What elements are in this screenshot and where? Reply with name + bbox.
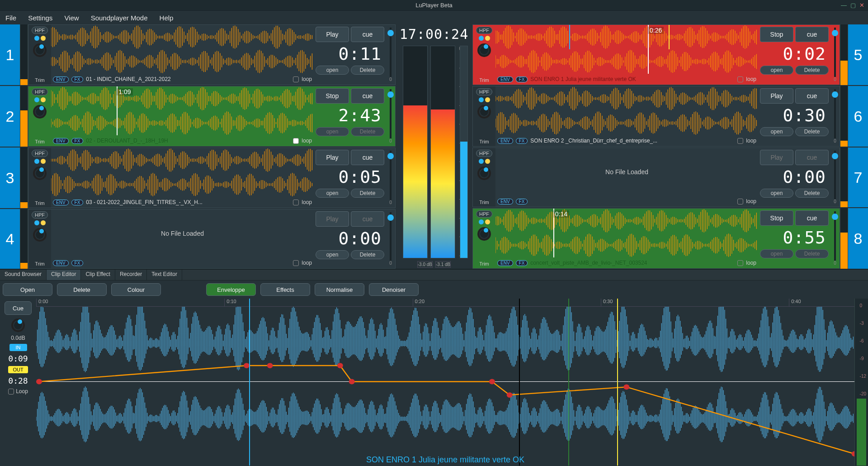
- delete-button[interactable]: Delete: [795, 189, 829, 198]
- open-button[interactable]: open: [760, 127, 793, 136]
- waveform-area[interactable]: No File Loaded ENV FX loop: [51, 209, 314, 268]
- waveform-area[interactable]: 1:09 ENV FX 02 - DEROULANT_D_-_18H_19H l…: [51, 86, 314, 146]
- menu-settings[interactable]: Settings: [28, 14, 52, 22]
- loop-checkbox[interactable]: [293, 76, 299, 82]
- trim-knob[interactable]: [33, 43, 47, 57]
- open-button[interactable]: open: [316, 127, 349, 136]
- waveform-area[interactable]: No File Loaded ENV FX loop: [495, 148, 758, 207]
- maximize-icon[interactable]: ▢: [850, 2, 856, 9]
- trim-knob[interactable]: [33, 105, 47, 119]
- waveform-area[interactable]: ENV FX 01 - INDIC_CHAINE_A_2021-2022 loo…: [51, 25, 314, 85]
- cue-button[interactable]: cue: [351, 150, 384, 165]
- menu-file[interactable]: File: [5, 14, 16, 22]
- loop-checkbox[interactable]: [737, 76, 743, 82]
- play-button[interactable]: Play: [760, 88, 793, 104]
- delete-button[interactable]: Delete: [351, 189, 384, 198]
- waveform-area[interactable]: ENV FX 03 - 021-2022_JINGLE_FIN_TITRES_-…: [51, 148, 314, 208]
- delete-button[interactable]: Delete: [351, 66, 384, 75]
- stop-button[interactable]: Stop: [316, 88, 349, 104]
- hpf-button[interactable]: HPF: [32, 211, 48, 219]
- open-button[interactable]: open: [760, 66, 793, 75]
- cue-button[interactable]: cue: [351, 88, 384, 104]
- tab-clip-effect[interactable]: Clip Effect: [81, 270, 115, 280]
- hpf-button[interactable]: HPF: [32, 27, 48, 34]
- play-button[interactable]: Play: [316, 27, 349, 42]
- out-badge[interactable]: OUT: [8, 366, 28, 373]
- play-button[interactable]: Play: [760, 150, 793, 165]
- fx-pill[interactable]: FX: [516, 76, 528, 82]
- env-pill[interactable]: ENV: [497, 76, 513, 82]
- marker-yellow[interactable]: [617, 299, 618, 466]
- loop-checkbox[interactable]: [293, 200, 299, 205]
- delete-button[interactable]: Delete: [351, 250, 384, 259]
- tab-text-editor[interactable]: Text Editor: [147, 270, 182, 280]
- tool-colour[interactable]: Colour: [111, 283, 161, 296]
- hpf-button[interactable]: HPF: [476, 150, 492, 157]
- waveform-area[interactable]: 0:14 ENV FX concert_volt_piste_AMB_de_li…: [495, 209, 758, 268]
- tab-recorder[interactable]: Recorder: [115, 270, 147, 280]
- close-icon[interactable]: ✕: [859, 2, 864, 9]
- cue-button[interactable]: Cue: [5, 301, 32, 315]
- delete-button[interactable]: Delete: [795, 249, 829, 258]
- playhead-line[interactable]: [249, 299, 250, 466]
- stop-button[interactable]: Stop: [760, 27, 793, 42]
- fx-pill[interactable]: FX: [71, 76, 84, 82]
- marker-black[interactable]: [519, 299, 520, 466]
- fx-pill[interactable]: FX: [516, 199, 528, 204]
- delete-button[interactable]: Delete: [351, 127, 384, 136]
- fx-pill[interactable]: FX: [71, 138, 84, 144]
- cue-button[interactable]: cue: [795, 210, 829, 226]
- cue-button[interactable]: cue: [795, 27, 829, 42]
- volume-slider[interactable]: 0: [386, 209, 395, 268]
- env-pill[interactable]: ENV: [53, 76, 69, 82]
- open-button[interactable]: open: [760, 189, 793, 198]
- volume-slider[interactable]: 0: [830, 25, 840, 85]
- hpf-button[interactable]: HPF: [476, 27, 492, 34]
- open-button[interactable]: open: [316, 250, 349, 259]
- volume-slider[interactable]: 0: [386, 86, 395, 146]
- trim-knob[interactable]: [33, 228, 47, 242]
- env-pill[interactable]: ENV: [53, 260, 69, 266]
- tool-enveloppe[interactable]: Enveloppe: [206, 283, 256, 296]
- env-pill[interactable]: ENV: [53, 200, 69, 205]
- tool-effects[interactable]: Effects: [260, 283, 310, 296]
- tool-normalise[interactable]: Normalise: [315, 283, 364, 296]
- open-button[interactable]: open: [316, 66, 349, 75]
- cue-button[interactable]: cue: [795, 150, 829, 165]
- fx-pill[interactable]: FX: [516, 138, 528, 144]
- menu-soundplayer-mode[interactable]: Soundplayer Mode: [91, 14, 148, 22]
- volume-slider[interactable]: 0: [830, 148, 840, 207]
- open-button[interactable]: open: [760, 249, 793, 258]
- hpf-button[interactable]: HPF: [32, 88, 48, 95]
- cue-button[interactable]: cue: [795, 88, 829, 104]
- play-button[interactable]: Play: [316, 150, 349, 165]
- fx-pill[interactable]: FX: [71, 260, 84, 266]
- editor-knob[interactable]: [11, 319, 25, 332]
- tool-delete[interactable]: Delete: [57, 283, 107, 296]
- trim-knob[interactable]: [33, 166, 47, 180]
- env-pill[interactable]: ENV: [53, 138, 69, 144]
- env-pill[interactable]: ENV: [497, 199, 513, 204]
- editor-waveform[interactable]: 0:000:100:200:300:40 SON ENRO 1 Julia je…: [36, 299, 854, 466]
- waveform-area[interactable]: 0:26 ENV FX SON ENRO 1 Julia jeune milit…: [495, 25, 758, 85]
- stop-button[interactable]: Stop: [760, 210, 793, 226]
- in-badge[interactable]: IN: [9, 344, 27, 351]
- minimize-icon[interactable]: —: [841, 2, 847, 9]
- volume-slider[interactable]: 0: [830, 209, 840, 268]
- loop-checkbox[interactable]: [737, 260, 743, 266]
- hpf-button[interactable]: HPF: [476, 210, 492, 218]
- env-pill[interactable]: ENV: [497, 260, 513, 266]
- delete-button[interactable]: Delete: [795, 66, 829, 75]
- loop-checkbox[interactable]: [737, 199, 743, 204]
- loop-checkbox[interactable]: [293, 138, 299, 144]
- volume-slider[interactable]: 0: [830, 86, 840, 146]
- menu-view[interactable]: View: [64, 14, 79, 22]
- cue-button[interactable]: cue: [351, 27, 384, 42]
- tab-clip-editor[interactable]: Clip Editor: [47, 270, 81, 280]
- volume-slider[interactable]: 0: [386, 25, 395, 85]
- tool-denoiser[interactable]: Denoiser: [369, 283, 419, 296]
- menu-help[interactable]: Help: [160, 14, 174, 22]
- cue-button[interactable]: cue: [351, 211, 384, 227]
- play-button[interactable]: Play: [316, 211, 349, 227]
- loop-checkbox[interactable]: [293, 260, 299, 266]
